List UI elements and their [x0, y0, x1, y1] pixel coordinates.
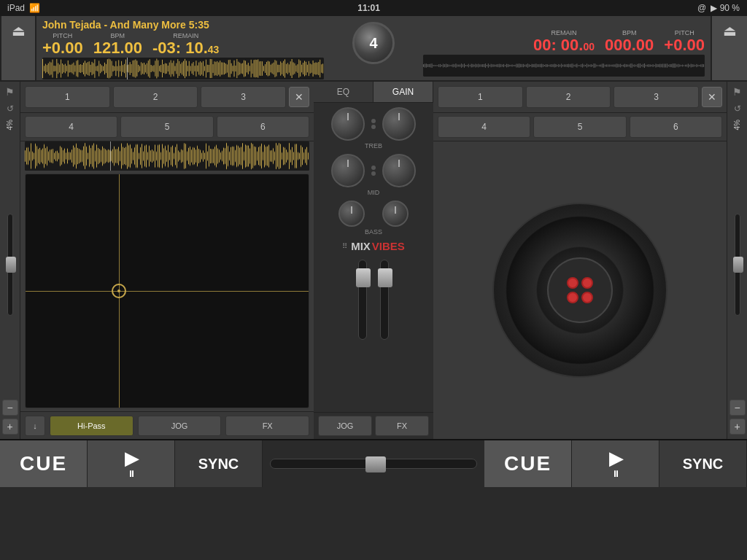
right-pitch-handle[interactable]	[733, 257, 743, 273]
bass-section: BASS	[314, 196, 433, 236]
gain-tab[interactable]: GAIN	[374, 82, 433, 102]
crossfader-handle[interactable]	[365, 456, 386, 472]
left-plus-button[interactable]: +	[2, 419, 18, 435]
left-download-button[interactable]: ↓	[25, 416, 45, 436]
right-flag-icon: ⚑	[732, 86, 742, 98]
left-hotcue-4[interactable]: 4	[25, 116, 117, 138]
right-bpm-block: BPM 000.00	[605, 29, 654, 53]
left-bottom-controls: ↓ Hi-Pass JOG FX	[20, 411, 314, 439]
left-hotcue-row1: 1 2 3 ✕	[20, 82, 314, 113]
left-bass-knob[interactable]	[338, 201, 365, 227]
right-fader-handle[interactable]	[378, 268, 392, 287]
left-fader-handle[interactable]	[356, 268, 371, 287]
vinyl-dot-4	[581, 292, 593, 303]
beat-wheel: 4	[352, 22, 395, 64]
right-hotcue-row2: 4 5 6	[433, 113, 727, 141]
left-pitch-slider[interactable]	[7, 214, 13, 316]
left-hotcue-3[interactable]: 3	[201, 86, 286, 108]
right-hotcue-row1: 1 2 3 ✕	[433, 82, 727, 113]
left-hotcue-1[interactable]: 1	[25, 86, 110, 108]
mid-section: MID	[314, 149, 433, 196]
left-fader-track[interactable]	[358, 260, 367, 340]
left-hipass-button[interactable]: Hi-Pass	[50, 416, 133, 436]
bpm-value: 121.00	[93, 40, 142, 56]
status-bar: iPad 📶 11:01 @ ▶ 90 %	[0, 0, 747, 16]
right-sync-button[interactable]: SYNC	[659, 440, 747, 487]
left-treb-knob[interactable]	[331, 107, 365, 141]
right-eject-button[interactable]: ⏏	[711, 16, 747, 80]
right-remain-value: 00: 00.00	[533, 37, 595, 53]
left-hotcue-2[interactable]: 2	[113, 86, 198, 108]
pause-icon: ⏸	[127, 469, 136, 479]
main-area: ⚑ ↺ 4% − + 1 2 3 ✕ 4 5 6	[0, 82, 747, 439]
top-center: 4	[330, 16, 417, 80]
right-plus-button[interactable]: +	[729, 419, 746, 435]
vinyl-record[interactable]	[492, 203, 667, 378]
treb-dot-2	[371, 125, 376, 129]
left-sync-icon: ↺	[7, 104, 14, 114]
left-xy-pad[interactable]	[25, 174, 309, 408]
right-hotcue-4[interactable]: 4	[438, 116, 530, 138]
right-deck-stats: REMAIN 00: 00.00 BPM 000.00 PITCH +0.00	[423, 29, 705, 53]
left-jog-button[interactable]: JOG	[138, 416, 222, 436]
wifi-icon: 📶	[29, 3, 40, 13]
remain-value: -03: 10.43	[152, 40, 219, 56]
pitch-value: +0.00	[42, 40, 83, 56]
right-pause-icon: ⏸	[611, 469, 620, 479]
right-channel-fader	[380, 260, 389, 340]
right-hotcue-1[interactable]: 1	[438, 86, 523, 108]
left-pitch-handle[interactable]	[6, 257, 16, 273]
right-play-icon: ▶	[609, 448, 622, 469]
vinyl-area	[433, 141, 727, 439]
right-pitch-slider[interactable]	[735, 214, 740, 316]
left-mid-knob[interactable]	[331, 154, 365, 187]
left-play-button[interactable]: ▶ ⏸	[88, 440, 175, 487]
treb-label: TREB	[365, 142, 382, 149]
right-deck-inner: 1 2 3 ✕ 4 5 6	[433, 82, 727, 439]
top-right-deck: REMAIN 00: 00.00 BPM 000.00 PITCH +0.00	[417, 16, 711, 80]
right-mid-knob[interactable]	[382, 154, 416, 187]
track-title: John Tejada - And Many More 5:35	[42, 19, 324, 31]
right-cue-button[interactable]: CUE	[484, 440, 572, 487]
right-minus-button[interactable]: −	[729, 400, 746, 416]
left-delete-button[interactable]: ✕	[289, 87, 309, 107]
left-minus-button[interactable]: −	[2, 400, 18, 416]
left-sync-button[interactable]: SYNC	[175, 440, 263, 487]
pitch-block: PITCH +0.00	[42, 32, 83, 56]
left-hotcue-5[interactable]: 5	[120, 116, 213, 138]
right-hotcue-6[interactable]: 6	[630, 116, 722, 138]
eq-tab[interactable]: EQ	[314, 82, 374, 102]
right-treb-knob[interactable]	[382, 107, 416, 141]
right-hotcue-5[interactable]: 5	[533, 116, 626, 138]
right-hotcue-3[interactable]: 3	[614, 86, 699, 108]
top-bar: ⏏ John Tejada - And Many More 5:35 PITCH…	[0, 16, 747, 82]
left-eject-button[interactable]: ⏏	[0, 16, 36, 80]
right-fader-track[interactable]	[380, 260, 389, 340]
left-fx-button[interactable]: FX	[225, 416, 309, 436]
xy-grid-horizontal	[26, 291, 309, 292]
play-icon: ▶	[125, 448, 138, 469]
left-deck-wrapper: ⚑ ↺ 4% − + 1 2 3 ✕ 4 5 6	[0, 82, 314, 439]
right-pitch-block: PITCH +0.00	[664, 29, 705, 53]
mixer-fx-button[interactable]: FX	[375, 416, 429, 436]
right-bass-knob[interactable]	[382, 201, 409, 227]
right-delete-button[interactable]: ✕	[702, 87, 722, 107]
mid-dot-1	[371, 166, 376, 170]
right-hotcue-2[interactable]: 2	[526, 86, 611, 108]
right-deck-wrapper: ⚑ ↺ 4% − + 1 2 3 ✕ 4 5 6	[433, 82, 747, 439]
vinyl-dots	[567, 277, 593, 303]
left-hotcue-6[interactable]: 6	[217, 116, 309, 138]
crossfader-track[interactable]	[270, 459, 477, 469]
left-cue-button[interactable]: CUE	[0, 440, 88, 487]
left-flag-icon: ⚑	[5, 86, 15, 98]
mixvibes-logo: ⠿ MIX VIBES	[314, 236, 433, 257]
right-play-button[interactable]: ▶ ⏸	[572, 440, 659, 487]
status-right: @ ▶ 90 %	[697, 3, 740, 13]
right-bpm-value: 000.00	[605, 37, 654, 53]
remain-block: REMAIN -03: 10.43	[152, 32, 219, 56]
left-small-waveform	[25, 141, 309, 171]
mixer-jog-button[interactable]: JOG	[318, 416, 372, 436]
right-pitch-pct: 4%	[733, 120, 741, 130]
vinyl-dot-2	[581, 277, 593, 289]
mixvibes-dots-icon: ⠿	[342, 242, 347, 250]
